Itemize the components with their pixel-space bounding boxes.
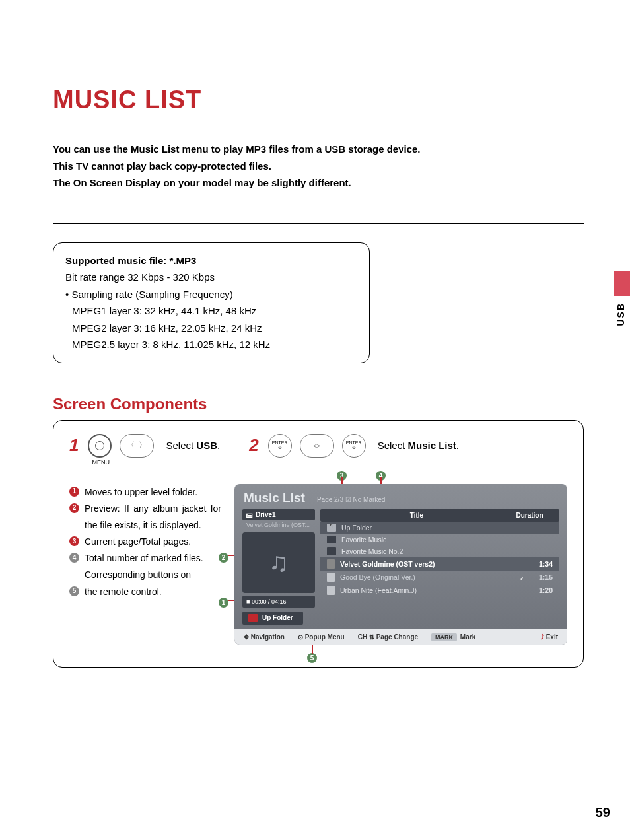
chevron-right-icon: 〉	[139, 440, 147, 451]
chevron-down-icon: ﹀	[313, 446, 321, 450]
folder-up-icon	[248, 614, 258, 622]
tv-footer: ✥ Navigation ⊙ Popup Menu CH ⇅ Page Chan…	[234, 629, 567, 645]
callout-badge-2: 2	[69, 503, 79, 513]
screen-components-heading: Screen Components	[53, 395, 584, 413]
up-folder-button[interactable]: Up Folder	[242, 612, 303, 625]
callout-1: 1	[219, 595, 228, 608]
legend: 1Moves to upper level folder. 2Preview: …	[69, 484, 221, 600]
drive-icon: 🖴	[246, 511, 253, 518]
step2-text: Select Music List.	[378, 440, 459, 451]
callout-badge-3: 3	[69, 536, 79, 546]
album-preview: ♫	[242, 532, 315, 593]
music-note-icon: ♫	[269, 547, 289, 577]
table-row[interactable]: Urban Nite (Feat.Amin.J) 1:20	[320, 584, 559, 597]
page-number: 59	[596, 805, 610, 820]
col-duration: Duration	[507, 512, 553, 519]
footer-exit: ⤴ Exit	[541, 633, 558, 641]
table-row[interactable]: ↰ Up Folder	[320, 522, 559, 534]
time-indicator: ■ 00:00 / 04:16	[242, 596, 315, 608]
file-icon	[327, 559, 335, 569]
divider	[53, 223, 584, 224]
callout-badge-4: 4	[69, 553, 79, 563]
side-tab: USB	[604, 271, 630, 343]
footer-popup: ⊙ Popup Menu	[298, 633, 345, 641]
nav-icon: ✥	[244, 633, 249, 641]
legend-5: the remote control.	[85, 584, 162, 600]
nav-up-down-icon: ︿ ﹀	[300, 434, 334, 458]
table-row[interactable]: Favorite Music No.2	[320, 545, 559, 557]
spec-head: Supported music file: *.MP3	[65, 252, 357, 269]
folder-icon	[327, 547, 336, 555]
legend-3: Current page/Total pages.	[85, 534, 191, 550]
file-icon	[327, 573, 335, 582]
side-tab-label: USB	[615, 302, 626, 326]
playing-icon: ♪	[520, 573, 524, 581]
menu-button-icon: MENU	[88, 434, 112, 458]
menu-label: MENU	[92, 459, 110, 466]
spec-l2: • Sampling rate (Sampling Frequency)	[65, 286, 357, 303]
callout-2: 2	[219, 550, 228, 563]
drive-label: 🖴Drive1	[242, 509, 315, 520]
tv-title: Music List	[244, 491, 305, 505]
folder-up-icon: ↰	[327, 524, 336, 532]
legend-4: Total number of marked files.	[85, 550, 203, 567]
step1-text: Select USB.	[166, 440, 220, 451]
legend-4b: Corresponding buttons on	[85, 567, 191, 583]
enter-button-icon-2: ENTER ⊙	[342, 434, 366, 458]
chevron-left-icon: 〈	[127, 440, 135, 451]
step2-number: 2	[249, 435, 258, 456]
footer-mark: MARK Mark	[431, 633, 475, 641]
footer-page-change: CH ⇅ Page Change	[358, 633, 418, 641]
table-row[interactable]: Good Bye (Original Ver.) ♪ 1:15	[320, 571, 559, 584]
callout-badge-5: 5	[69, 586, 79, 596]
step1-number: 1	[69, 435, 79, 456]
page-title: MUSIC LIST	[53, 86, 584, 114]
nav-left-right-icon: 〈 〉	[120, 434, 154, 458]
screen-components-box: 1 MENU 〈 〉 Select USB. 2 ENTER ⊙ ︿	[53, 420, 584, 668]
footer-navigation: ✥ Navigation	[244, 633, 285, 641]
spec-l1: Bit rate range 32 Kbps - 320 Kbps	[65, 269, 357, 286]
legend-1: Moves to upper level folder.	[85, 484, 197, 501]
intro-line-3: The On Screen Display on your model may …	[53, 174, 584, 192]
legend-2: Preview: If any album jacket for the fil…	[85, 501, 221, 534]
enter-button-icon-1: ENTER ⊙	[268, 434, 292, 458]
spec-l3: MPEG1 layer 3: 32 kHz, 44.1 kHz, 48 kHz	[65, 302, 357, 320]
intro-block: You can use the Music List menu to play …	[53, 141, 584, 192]
subfolder-label: Velvet Goldmine (OST...	[242, 520, 315, 530]
folder-icon	[327, 536, 336, 543]
table-row[interactable]: Favorite Music	[320, 534, 559, 545]
spec-box: Supported music file: *.MP3 Bit rate ran…	[53, 242, 370, 363]
file-icon	[327, 586, 335, 595]
spec-l4: MPEG2 layer 3: 16 kHz, 22.05 kHz, 24 kHz	[65, 320, 357, 337]
callout-badge-1: 1	[69, 487, 79, 497]
intro-line-1: You can use the Music List menu to play …	[53, 141, 584, 158]
intro-line-2: This TV cannot play back copy-protected …	[53, 158, 584, 175]
spec-l5: MPEG2.5 layer 3: 8 kHz, 11.025 kHz, 12 k…	[65, 336, 357, 353]
updown-icon: ⇅	[369, 633, 374, 641]
col-title: Title	[327, 512, 507, 519]
steps-row: 1 MENU 〈 〉 Select USB. 2 ENTER ⊙ ︿	[69, 434, 567, 458]
table-row-selected[interactable]: Velvet Goldmine (OST vers2) 1:34	[320, 557, 559, 571]
tv-page-indicator: Page 2/3 ☑ No Marked	[317, 496, 386, 503]
enter-dot-icon: ⊙	[298, 633, 303, 641]
table-header: Title Duration	[320, 509, 559, 522]
back-icon: ⤴	[541, 633, 544, 641]
tv-screenshot: 3 4 2 1 5 Music List	[234, 484, 567, 645]
